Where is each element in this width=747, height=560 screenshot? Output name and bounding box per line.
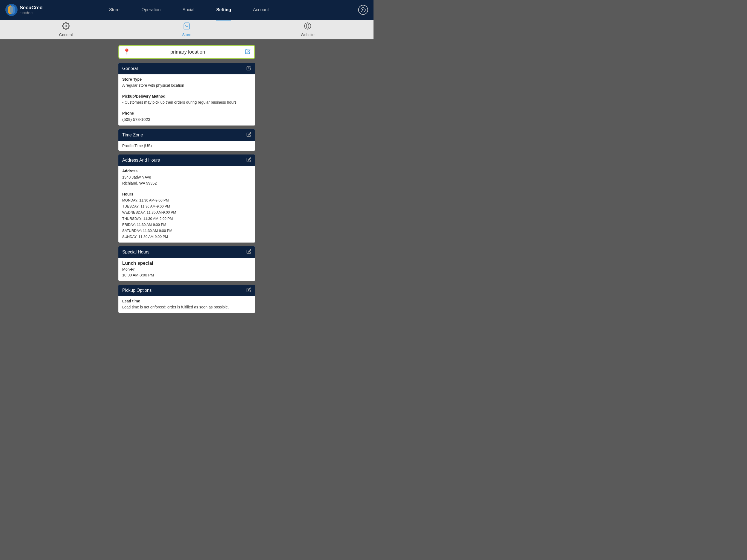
timezone-value: Pacific Time (US) (119, 141, 255, 151)
hours-day: THURSDAY: 11:30 AM-9:00 PM (122, 216, 251, 222)
address-hours-header: Address And Hours (119, 154, 255, 166)
address-hours-section: Address And Hours Address 1340 Jadwin Av… (119, 154, 255, 243)
address-hours-body: Address 1340 Jadwin Ave Richland, WA 993… (119, 166, 255, 243)
store-icon (183, 22, 190, 31)
pickup-options-section: Pickup Options Lead time Lead time is no… (119, 285, 255, 313)
main-content: 📍 primary location General (0, 40, 374, 322)
store-type-value: A regular store with physical location (119, 82, 255, 91)
timezone-section-body: Pacific Time (US) (119, 141, 255, 151)
logo-icon (5, 4, 18, 16)
special-hours-section: Special Hours Lunch special Mon-Fri 10:0… (119, 246, 255, 281)
content-panel: 📍 primary location General (119, 45, 255, 316)
address-label: Address (119, 166, 255, 174)
pickup-delivery-value: • Customers may pick up their orders dur… (119, 100, 255, 108)
address-group: Address 1340 Jadwin Ave Richland, WA 993… (119, 166, 255, 189)
special-hours-days: Mon-Fri (122, 266, 251, 272)
general-section: General Store Type A regular store with … (119, 63, 255, 126)
nav-links: Store Operation Social Setting Account (43, 6, 335, 14)
hours-day: WEDNESDAY: 11:30 AM-9:00 PM (122, 209, 251, 215)
hours-day: TUESDAY: 11:30 AM-9:00 PM (122, 203, 251, 209)
location-pin-icon: 📍 (123, 48, 130, 55)
location-edit-icon[interactable] (245, 49, 251, 55)
nav-operation[interactable]: Operation (141, 6, 160, 14)
store-type-label: Store Type (119, 74, 255, 82)
top-navigation: SecuCred merchant Store Operation Social… (0, 0, 374, 20)
special-hours-edit-icon[interactable] (247, 249, 251, 255)
logo-area[interactable]: SecuCred merchant (5, 4, 43, 16)
address-hours-title: Address And Hours (122, 158, 160, 163)
address-value: 1340 Jadwin Ave Richland, WA 99352 (119, 174, 255, 189)
gear-icon (62, 22, 70, 31)
location-bar: 📍 primary location (119, 45, 255, 59)
pickup-options-edit-icon[interactable] (247, 287, 251, 294)
location-text: primary location (133, 49, 242, 55)
lead-time-label: Lead time (119, 296, 255, 304)
nav-account[interactable]: Account (253, 6, 269, 14)
hours-day: FRIDAY: 11:30 AM-9:00 PM (122, 222, 251, 228)
timezone-section-title: Time Zone (122, 133, 143, 137)
subnav-general-label: General (59, 32, 73, 37)
svg-point-2 (10, 5, 15, 14)
sub-navigation: General Store Website (0, 20, 374, 40)
nav-social[interactable]: Social (182, 6, 195, 14)
website-icon (304, 22, 311, 31)
store-type-group: Store Type A regular store with physical… (119, 74, 255, 91)
phone-group: Phone (509) 578-1023 (119, 108, 255, 126)
nav-right (335, 5, 368, 15)
hours-day: MONDAY: 11:30 AM-9:00 PM (122, 198, 251, 203)
pickup-delivery-label: Pickup/Delivery Method (119, 91, 255, 100)
address-line2: Richland, WA 99352 (122, 181, 157, 185)
timezone-section: Time Zone Pacific Time (US) (119, 129, 255, 151)
special-hours-body: Lunch special Mon-Fri 10:00 AM-3:00 PM (119, 258, 255, 281)
nav-store[interactable]: Store (109, 6, 120, 14)
hours-list: MONDAY: 11:30 AM-9:00 PMTUESDAY: 11:30 A… (119, 198, 255, 243)
phone-value: (509) 578-1023 (119, 117, 255, 126)
hours-group: Hours MONDAY: 11:30 AM-9:00 PMTUESDAY: 1… (119, 189, 255, 243)
subnav-website-label: Website (301, 32, 314, 37)
timezone-edit-icon[interactable] (247, 132, 251, 138)
address-line1: 1340 Jadwin Ave (122, 175, 151, 179)
special-hours-title: Special Hours (122, 250, 150, 255)
general-section-header: General (119, 63, 255, 74)
pickup-delivery-group: Pickup/Delivery Method • Customers may p… (119, 91, 255, 108)
logout-icon[interactable] (358, 5, 368, 15)
special-hours-header: Special Hours (119, 246, 255, 258)
special-hours-time: 10:00 AM-3:00 PM (122, 272, 251, 278)
lead-time-group: Lead time Lead time is not enforced: ord… (119, 296, 255, 313)
svg-point-5 (65, 25, 67, 27)
logo-text: SecuCred merchant (20, 5, 43, 15)
address-hours-edit-icon[interactable] (247, 157, 251, 163)
pickup-options-header: Pickup Options (119, 285, 255, 296)
pickup-options-body: Lead time Lead time is not enforced: ord… (119, 296, 255, 313)
hours-label: Hours (119, 189, 255, 198)
subnav-website[interactable]: Website (280, 22, 335, 37)
subnav-store[interactable]: Store (159, 22, 214, 37)
subnav-store-label: Store (182, 32, 191, 37)
hours-day: SUNDAY: 11:30 AM-9:00 PM (122, 234, 251, 240)
general-section-body: Store Type A regular store with physical… (119, 74, 255, 126)
nav-setting[interactable]: Setting (216, 6, 231, 14)
timezone-section-header: Time Zone (119, 129, 255, 141)
hours-day: SATURDAY: 11:30 AM-9:00 PM (122, 228, 251, 234)
subnav-general[interactable]: General (38, 22, 93, 37)
phone-label: Phone (119, 108, 255, 117)
lead-time-value: Lead time is not enforced: order is fulf… (119, 304, 255, 313)
pickup-options-title: Pickup Options (122, 288, 152, 293)
special-hours-name: Lunch special (122, 261, 251, 266)
general-edit-icon[interactable] (247, 66, 251, 72)
general-section-title: General (122, 66, 138, 71)
